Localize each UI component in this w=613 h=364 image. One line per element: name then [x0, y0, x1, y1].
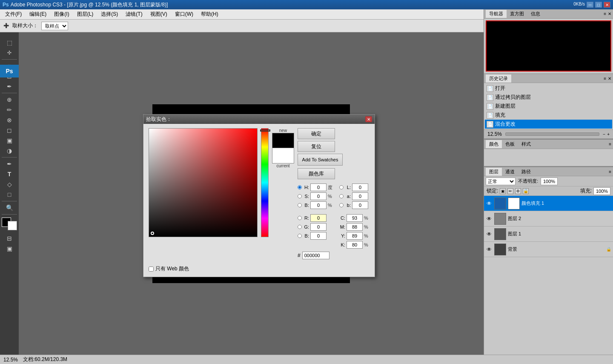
menu-image[interactable]: 图像(I) [51, 10, 72, 19]
input-B2[interactable] [310, 232, 327, 240]
tab-histogram[interactable]: 直方图 [507, 10, 527, 18]
menu-select[interactable]: 选择(S) [97, 10, 121, 19]
color-gradient-box[interactable] [149, 128, 258, 237]
layer-eye-2[interactable]: 👁 [486, 215, 493, 222]
input-L[interactable] [352, 183, 368, 191]
quick-mask-tool[interactable]: ⊟ [5, 234, 14, 243]
layer-thumb-bg [494, 244, 506, 255]
lock-all[interactable]: 🔒 [523, 188, 529, 194]
blend-mode-select[interactable]: 正常 [486, 178, 516, 185]
layers-panel-menu[interactable]: ≡ [609, 169, 611, 174]
opacity-input[interactable] [541, 178, 558, 185]
spot-heal-tool[interactable]: ⊕ [5, 95, 14, 104]
tab-styles[interactable]: 样式 [518, 140, 534, 148]
input-G[interactable] [310, 223, 327, 231]
shape-tool[interactable]: □ [5, 190, 14, 199]
radio-S[interactable] [298, 194, 302, 198]
input-C[interactable] [347, 214, 363, 222]
hue-slider[interactable] [261, 128, 269, 237]
stamp-tool[interactable]: ⊗ [5, 115, 14, 125]
menu-file[interactable]: 文件(F) [2, 10, 25, 19]
input-K[interactable] [347, 241, 363, 249]
input-Y[interactable] [347, 232, 363, 240]
menu-layer[interactable]: 图层(L) [74, 10, 97, 19]
ok-button[interactable]: 确定 [298, 128, 335, 139]
brush-tool[interactable]: ✏ [5, 105, 14, 115]
radio-H[interactable] [298, 185, 302, 189]
pen-tool[interactable]: ✒ [5, 159, 14, 169]
eyedropper-tool[interactable]: ✒ [5, 82, 14, 91]
nav-panel-menu[interactable]: ≡ [604, 11, 606, 16]
input-B[interactable] [310, 201, 327, 209]
layer-eye-fill1[interactable]: 👁 [486, 200, 493, 207]
input-a[interactable] [352, 192, 368, 200]
color-panel-menu[interactable]: ≡ [609, 142, 611, 146]
radio-a[interactable] [339, 194, 344, 198]
gradient-tool[interactable]: ▣ [5, 136, 14, 145]
web-only-checkbox[interactable] [149, 267, 154, 272]
tab-paths[interactable]: 路径 [518, 168, 534, 176]
radio-R[interactable] [298, 216, 302, 220]
hex-input[interactable] [302, 252, 329, 259]
selection-tool[interactable]: ⬚ [5, 38, 14, 47]
nav-panel-close[interactable]: ✕ [608, 11, 611, 16]
layer-item-fill1[interactable]: 👁 颜色填充 1 [484, 196, 613, 211]
background-color[interactable] [8, 221, 17, 230]
menu-filter[interactable]: 滤镜(T) [122, 10, 146, 19]
radio-B[interactable] [298, 203, 302, 207]
tab-color[interactable]: 颜色 [486, 140, 502, 148]
history-item-fill[interactable]: 📄 填充 [485, 111, 612, 120]
lock-transparent[interactable]: ▣ [500, 188, 506, 194]
radio-B2[interactable] [298, 234, 302, 238]
input-S[interactable] [310, 192, 327, 200]
close-button[interactable]: ✕ [604, 2, 610, 8]
input-H[interactable] [310, 183, 327, 191]
tab-history[interactable]: 历史记录 [486, 75, 511, 83]
history-panel-close[interactable]: ✕ [608, 76, 611, 81]
radio-b[interactable] [339, 203, 344, 207]
add-to-swatches-button[interactable]: Add To Swatches [298, 154, 343, 166]
history-panel-menu[interactable]: ≡ [604, 76, 606, 81]
history-item-copy-layer[interactable]: 📄 通过拷贝的图层 [485, 93, 612, 102]
tab-navigator[interactable]: 导航器 [486, 10, 507, 18]
lock-image[interactable]: ✏ [507, 188, 513, 194]
move-tool[interactable]: ✣ [5, 48, 14, 57]
history-item-open[interactable]: 📄 打开 [485, 84, 612, 93]
fill-input[interactable] [593, 187, 610, 195]
tab-layers[interactable]: 图层 [486, 168, 502, 176]
layer-eye-1[interactable]: 👁 [486, 231, 493, 238]
restore-button[interactable]: □ [595, 2, 602, 8]
menu-edit[interactable]: 编辑(E) [26, 10, 50, 19]
sample-size-select[interactable]: 取样点 [41, 22, 68, 30]
tab-swatches[interactable]: 色板 [502, 140, 518, 148]
minimize-button[interactable]: ─ [587, 2, 593, 8]
menu-view[interactable]: 视图(V) [147, 10, 171, 19]
layer-item-1[interactable]: 👁 图层 1 [484, 226, 613, 242]
lock-position[interactable]: ✣ [515, 188, 521, 194]
reset-button[interactable]: 复位 [298, 141, 335, 152]
statusbar: 12.5% 文档:60.2M/120.3M [0, 355, 613, 364]
menu-window[interactable]: 窗口(W) [172, 10, 197, 19]
path-tool[interactable]: ◇ [5, 180, 14, 189]
input-M[interactable] [347, 223, 363, 231]
history-item-new-layer[interactable]: 📄 新建图层 [485, 102, 612, 111]
radio-L[interactable] [339, 185, 344, 189]
tab-channels[interactable]: 通道 [502, 168, 518, 176]
layer-item-bg[interactable]: 👁 背景 🔒 [484, 242, 613, 257]
dodge-tool[interactable]: ◑ [5, 146, 14, 155]
radio-G[interactable] [298, 225, 302, 229]
zoom-tool[interactable]: 🔍 [5, 203, 14, 212]
picker-close-button[interactable]: ✕ [365, 116, 372, 122]
menu-help[interactable]: 帮助(H) [198, 10, 222, 19]
eraser-tool[interactable]: ◻ [5, 126, 14, 135]
zoom-slider[interactable] [505, 132, 599, 136]
input-R[interactable] [310, 214, 327, 222]
layer-eye-bg[interactable]: 👁 [486, 246, 493, 253]
tab-info[interactable]: 信息 [527, 10, 544, 18]
layer-item-2[interactable]: 👁 图层 2 [484, 211, 613, 226]
text-tool[interactable]: T [5, 169, 14, 179]
color-library-button[interactable]: 颜色库 [298, 168, 335, 179]
screen-mode-tool[interactable]: ▣ [5, 244, 14, 253]
history-item-blend[interactable]: 📄 混合更改 [485, 120, 612, 129]
input-b[interactable] [352, 201, 368, 209]
